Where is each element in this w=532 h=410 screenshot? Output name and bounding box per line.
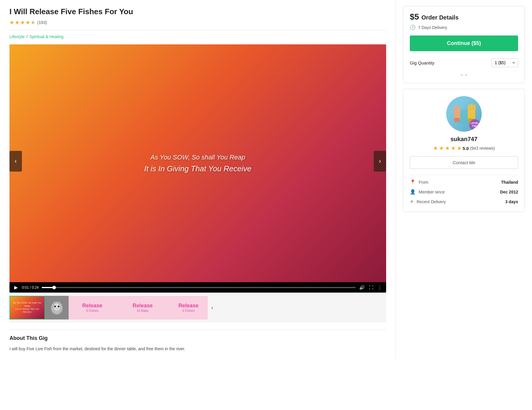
order-card: $5 Order Details 🕐 7 Days Delivery Conti…: [403, 6, 525, 83]
thumbnail-4[interactable]: Release 10 Baby: [116, 296, 169, 319]
person-icon: 👤: [410, 189, 416, 195]
svg-point-4: [58, 306, 59, 307]
collapse-icon[interactable]: ⌄⌄: [410, 70, 518, 77]
svg-point-5: [55, 308, 58, 310]
video-prev-button[interactable]: ‹: [9, 151, 22, 172]
seller-reviews: (943 reviews): [470, 146, 495, 151]
fullscreen-button[interactable]: ⛶: [368, 285, 374, 290]
delivery-label: 7 Days Delivery: [418, 25, 447, 30]
progress-thumb: [52, 286, 56, 289]
more-options-button[interactable]: ⋮: [377, 285, 383, 290]
seller-card: LEVEL TWO sukan747 ★ ★ ★ ★ ★ 5.0 (943 re…: [403, 89, 525, 212]
about-title: About This Gig: [9, 335, 386, 341]
location-icon: 📍: [410, 179, 416, 185]
video-display: ‹ As You SOW, So shall You Reap It is In…: [9, 44, 386, 282]
breadcrumb-subcategory[interactable]: Spiritual & Healing: [29, 34, 63, 39]
svg-rect-16: [473, 105, 475, 111]
seller-divider: [410, 175, 518, 175]
breadcrumb: Lifestyle / Spiritual & Healing: [9, 34, 386, 39]
wolf-icon: [48, 299, 66, 317]
thumbnail-1[interactable]: As You SOW, So shall You ReapIt is In Gi…: [9, 296, 45, 319]
rating-row: ★ ★ ★ ★ ★★ (193): [9, 19, 386, 26]
divider-1: [9, 30, 386, 30]
seller-delivery-label: Recent Delivery: [417, 199, 446, 204]
svg-rect-14: [468, 105, 470, 112]
seller-from-label: From: [419, 180, 428, 185]
reviews-count: (193): [37, 20, 47, 25]
about-text: I will buy Five Live Fish from the marke…: [9, 346, 386, 352]
seller-avatar: LEVEL TWO: [446, 96, 482, 132]
star-5: ★★: [31, 19, 36, 26]
seller-info: 📍 From Thailand 👤 Member since Dec 2012 …: [410, 179, 518, 204]
seller-star-1: ★: [433, 145, 438, 151]
thumbnails-next-button[interactable]: ›: [208, 305, 217, 311]
seller-star-4: ★: [451, 145, 456, 151]
seller-from-row: 📍 From Thailand: [410, 179, 518, 185]
clock-icon: 🕐: [410, 25, 416, 30]
star-rating: ★ ★ ★ ★ ★★: [9, 19, 36, 26]
seller-star-5: ★: [457, 145, 462, 151]
star-3: ★: [20, 19, 25, 26]
svg-rect-10: [454, 106, 456, 113]
svg-rect-17: [454, 118, 460, 122]
seller-avatar-wrap: LEVEL TWO: [410, 96, 518, 132]
contact-me-button[interactable]: Contact Me: [410, 156, 518, 169]
seller-star-2: ★: [439, 145, 444, 151]
seller-rating-value: 5.0: [463, 146, 469, 151]
level-number: TWO: [472, 125, 478, 128]
seller-star-3: ★: [445, 145, 450, 151]
seller-from-value: Thailand: [501, 180, 518, 185]
breadcrumb-category[interactable]: Lifestyle: [9, 34, 25, 39]
video-text-2: It is In Giving That You Receive: [144, 164, 251, 173]
play-button[interactable]: ▶: [13, 285, 19, 290]
right-column: $5 Order Details 🕐 7 Days Delivery Conti…: [396, 0, 532, 359]
seller-delivery-row: ✈ Recent Delivery 3 days: [410, 199, 518, 204]
gig-title: I Will Release Five Fishes For You: [9, 7, 386, 16]
continue-button[interactable]: Continue ($5): [410, 35, 518, 51]
video-text-1: As You SOW, So shall You Reap: [144, 154, 251, 161]
seller-rating-row: ★ ★ ★ ★ ★ 5.0 (943 reviews): [410, 145, 518, 151]
quantity-label: Gig Quantity: [410, 60, 434, 65]
delivery-icon: ✈: [410, 199, 414, 204]
video-controls: ▶ 0:01 / 0:24 🔊 ⛶ ⋮: [9, 282, 386, 293]
quantity-select[interactable]: 1 ($5) 2 ($10) 3 ($15): [491, 58, 518, 67]
svg-point-3: [54, 306, 56, 307]
svg-rect-11: [456, 105, 458, 112]
seller-username: sukan747: [410, 136, 518, 143]
svg-rect-12: [458, 106, 460, 113]
seller-member-value: Dec 2012: [500, 190, 518, 194]
thumbnail-5[interactable]: Release 5 Fishes: [169, 296, 208, 319]
seller-delivery-value: 3 days: [505, 199, 518, 204]
video-progress-bar[interactable]: [42, 287, 356, 288]
seller-member-label: Member since: [419, 190, 445, 194]
thumbnails-row: As You SOW, So shall You ReapIt is In Gi…: [9, 293, 386, 322]
delivery-row: 🕐 7 Days Delivery: [410, 25, 518, 30]
star-1: ★: [9, 19, 14, 26]
thumbnail-2[interactable]: [45, 296, 69, 319]
breadcrumb-sep: /: [26, 34, 28, 39]
video-next-button[interactable]: ›: [374, 151, 386, 172]
thumbnail-3[interactable]: Release 5 Fishes: [69, 296, 116, 319]
star-4: ★: [25, 19, 30, 26]
quantity-row: Gig Quantity 1 ($5) 2 ($10) 3 ($15): [410, 56, 518, 70]
video-container: ‹ As You SOW, So shall You Reap It is In…: [9, 44, 386, 293]
svg-rect-15: [470, 104, 473, 111]
progress-fill: [42, 287, 54, 288]
order-price: $5: [410, 12, 419, 22]
volume-button[interactable]: 🔊: [359, 285, 365, 290]
star-2: ★: [15, 19, 20, 26]
order-header: $5 Order Details: [410, 12, 518, 22]
level-badge: LEVEL TWO: [469, 119, 481, 130]
video-time: 0:01 / 0:24: [22, 285, 39, 290]
about-section: About This Gig I will buy Five Live Fish…: [9, 330, 386, 352]
seller-member-row: 👤 Member since Dec 2012: [410, 189, 518, 195]
order-title: Order Details: [421, 14, 459, 21]
